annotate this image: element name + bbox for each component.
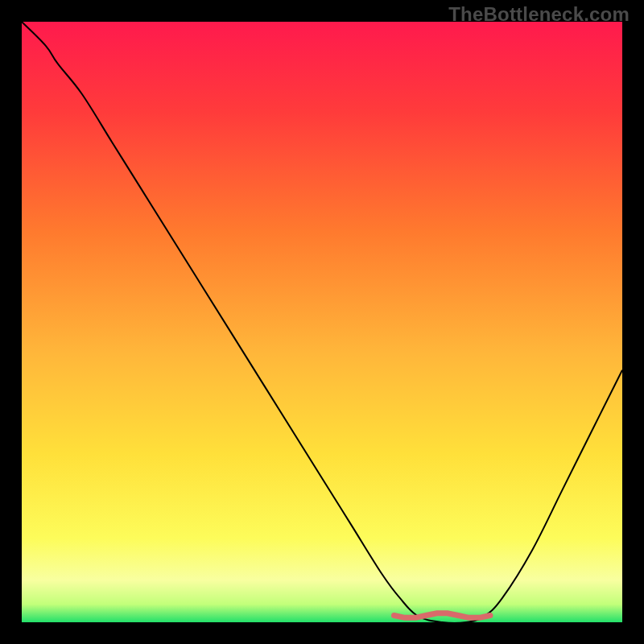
watermark-text: TheBottleneck.com [448,3,630,26]
plot-area [22,22,622,622]
chart-frame: TheBottleneck.com [0,0,644,644]
chart-svg [22,22,622,622]
gradient-background [22,22,622,622]
